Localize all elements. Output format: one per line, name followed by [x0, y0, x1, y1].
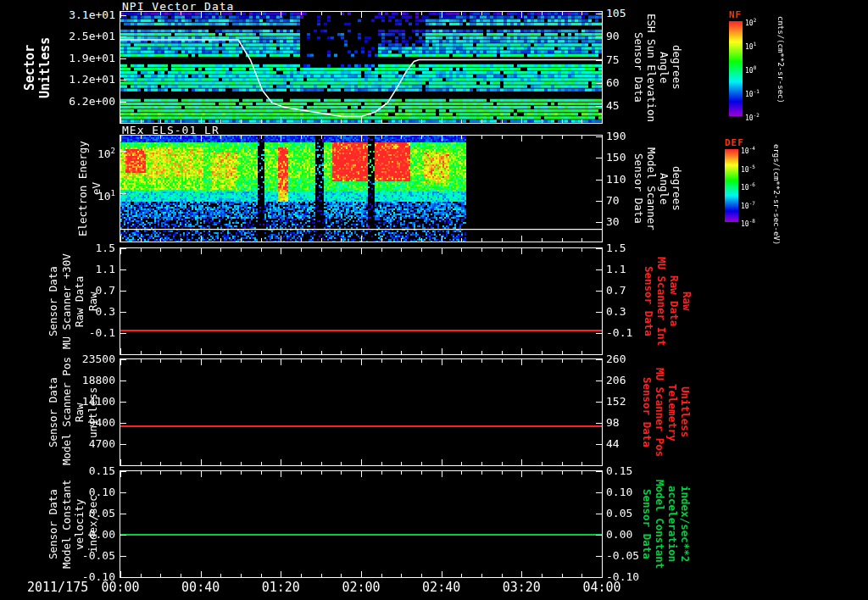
axis-tick	[521, 359, 522, 365]
ytick-right-npi-1: 90	[606, 31, 620, 42]
axis-tick	[301, 136, 302, 139]
axis-tick	[160, 359, 161, 363]
axis-tick	[201, 459, 202, 465]
axis-tick	[421, 119, 422, 123]
right-ylabel-line: Telemetry	[666, 359, 679, 465]
ytick-left-npi-0: 3.1e+01	[53, 9, 115, 21]
axis-tick	[481, 12, 482, 15]
axis-tick	[542, 351, 542, 354]
axis-tick	[596, 492, 602, 493]
axis-tick	[321, 471, 322, 475]
axis-tick	[120, 359, 121, 365]
axis-tick	[596, 535, 602, 536]
axis-tick	[301, 574, 302, 577]
right-ylabel-mu-scanner-30v: Sensor DataMU Scanner IntRaw DataRaw	[643, 248, 693, 354]
axis-tick	[220, 462, 221, 465]
panel-title-els: MEx ELS-01 LR	[122, 124, 220, 136]
axis-tick	[442, 248, 442, 254]
ylabel-line: Sensor Data	[47, 359, 60, 465]
axis-tick	[120, 514, 126, 514]
axis-tick	[281, 348, 281, 354]
axis-tick	[341, 119, 342, 123]
axis-tick	[261, 248, 262, 252]
ytick-right-model-constant-velocity-0: 0.15	[606, 465, 632, 477]
axis-tick	[220, 119, 221, 123]
axis-tick	[201, 12, 202, 18]
axis-tick	[502, 12, 503, 15]
axis-tick	[120, 291, 126, 292]
colorbar-gradient-def	[725, 149, 738, 222]
axis-tick	[120, 36, 126, 37]
axis-tick	[201, 471, 202, 477]
axis-tick	[381, 12, 382, 15]
axis-tick	[581, 351, 582, 354]
ytick-right-mu-scanner-30v-4: -0.1	[606, 327, 632, 339]
axis-tick	[181, 462, 181, 465]
ylabel-line: Raw	[86, 248, 100, 354]
colorbar-unit-def: ergs/(cm**2-sr-sec-eV)	[772, 144, 781, 245]
axis-tick	[542, 359, 542, 363]
axis-tick	[401, 351, 402, 354]
axis-tick	[141, 238, 142, 242]
axis-tick	[341, 136, 342, 139]
axis-tick	[442, 117, 442, 123]
axis-tick	[542, 119, 542, 123]
axis-tick	[521, 117, 522, 123]
axis-tick	[341, 574, 342, 577]
axis-tick	[562, 248, 563, 252]
axis-tick	[401, 471, 402, 475]
axis-tick	[120, 471, 121, 477]
axis-tick	[481, 238, 482, 242]
axis-tick	[160, 12, 161, 15]
panel-frame-model-constant-velocity	[120, 470, 603, 578]
axis-tick	[261, 119, 262, 123]
axis-tick	[602, 571, 603, 577]
xaxis-tick-label-2: 01:20	[261, 580, 300, 595]
axis-tick	[120, 359, 126, 360]
colorbar-tick-nf-4: 10-2	[745, 112, 760, 122]
axis-tick	[381, 248, 382, 252]
axis-tick	[442, 236, 442, 242]
axis-tick	[120, 444, 126, 445]
xaxis-tick-label-4: 02:40	[422, 580, 461, 595]
right-ylabel-line: Angle	[658, 12, 670, 123]
ylabel-line: eV	[90, 136, 103, 242]
axis-tick	[421, 238, 422, 242]
axis-tick	[521, 12, 522, 18]
axis-tick	[381, 136, 382, 139]
axis-tick	[602, 117, 603, 123]
axis-tick	[381, 462, 382, 465]
right-ylabel-line: Model Scanner	[645, 136, 658, 242]
axis-tick	[241, 12, 242, 15]
spectrogram-plot-page: NPI Vector Data3.1e+012.5e+011.9e+011.2e…	[0, 0, 868, 600]
axis-tick	[401, 574, 402, 577]
axis-tick	[261, 136, 262, 139]
ytick-right-npi-3: 60	[606, 77, 620, 89]
axis-tick	[602, 236, 603, 242]
ylabel-line: Sensor Data	[47, 471, 60, 577]
axis-tick	[596, 381, 602, 381]
axis-tick	[120, 535, 126, 536]
axis-tick	[321, 351, 322, 354]
ylabel-line: Model Constant	[60, 471, 74, 577]
axis-tick	[562, 12, 563, 15]
axis-tick	[596, 333, 602, 334]
axis-tick	[602, 471, 603, 477]
colorbar-gradient-nf	[729, 21, 743, 116]
axis-tick	[341, 238, 342, 242]
ytick-right-model-constant-velocity-1: 0.10	[606, 486, 632, 498]
ylabel-model-scanner-pos: Sensor DataModel Scanner PosRawunitless	[47, 359, 99, 465]
axis-tick	[220, 12, 221, 15]
axis-tick	[160, 136, 161, 139]
axis-tick	[281, 136, 281, 142]
ytick-right-els-3: 70	[606, 195, 620, 207]
axis-tick	[602, 12, 603, 18]
right-ylabel-line: index/sec**2	[679, 471, 692, 577]
axis-tick	[181, 12, 181, 15]
right-ylabel-line: acceleration	[666, 471, 679, 577]
axis-tick	[301, 238, 302, 242]
axis-tick	[596, 556, 602, 557]
right-ylabel-line: degrees	[670, 136, 683, 242]
axis-tick	[581, 574, 582, 577]
axis-tick	[341, 471, 342, 475]
